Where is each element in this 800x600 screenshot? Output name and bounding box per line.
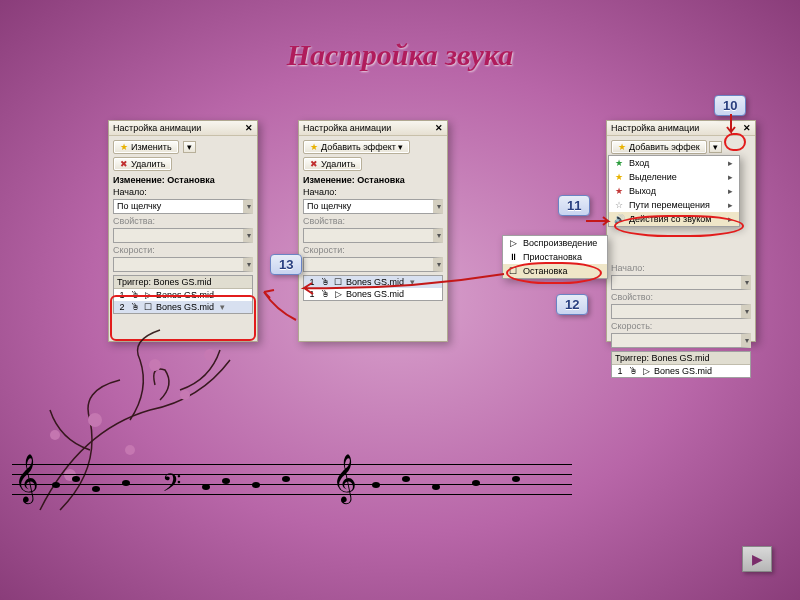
treble-clef-icon: 𝄞: [14, 458, 39, 498]
music-staff: 𝄞 𝄢 𝄞: [12, 464, 572, 524]
speaker-icon: 🔊: [613, 214, 625, 224]
svg-point-6: [50, 430, 60, 440]
panel-title: Настройка анимации: [303, 123, 391, 133]
animation-panel-3: Настройка анимации ✕ ★Добавить эффек▾ ✖У…: [606, 120, 756, 342]
start-label: Начало:: [113, 187, 253, 197]
trigger-label: Триггер: Bones GS.mid: [114, 276, 252, 289]
star-icon: ★: [613, 158, 625, 168]
svg-point-2: [204, 349, 216, 361]
sound-submenu: ▷Воспроизведение ⏸Приостановка ☐Остановк…: [502, 235, 608, 279]
svg-point-1: [149, 359, 161, 371]
start-label: Начало:: [303, 187, 443, 197]
section-label: Изменение: Остановка: [303, 175, 443, 185]
effects-list: 1 🖱 ☐ Bones GS.mid ▾ 1 🖱 ▷ Bones GS.mid: [303, 275, 443, 301]
close-icon[interactable]: ✕: [435, 121, 443, 135]
panel-header: Настройка анимации ✕: [607, 121, 755, 136]
start-dropdown[interactable]: По щелчку: [113, 199, 253, 214]
svg-point-4: [125, 445, 135, 455]
close-icon[interactable]: ✕: [743, 121, 751, 135]
menu-item-emphasis[interactable]: ★Выделение▸: [609, 170, 739, 184]
props-label: Свойство:: [611, 292, 751, 302]
callout-13: 13: [270, 254, 302, 275]
list-item[interactable]: 1 🖱 ▷ Bones GS.mid: [612, 365, 750, 377]
menu-item-motion[interactable]: ☆Пути перемещения▸: [609, 198, 739, 212]
start-dropdown[interactable]: По щелчку: [303, 199, 443, 214]
props-dropdown: [113, 228, 253, 243]
props-label: Свойства:: [303, 216, 443, 226]
play-icon: ▶: [752, 551, 763, 567]
treble-clef-icon: 𝄞: [332, 458, 357, 498]
list-item[interactable]: 1 🖱 ▷ Bones GS.mid: [114, 289, 252, 301]
speed-label: Скорости:: [303, 245, 443, 255]
add-effect-button[interactable]: ★Добавить эффек: [611, 140, 707, 154]
bass-clef-icon: 𝄢: [162, 466, 181, 506]
delete-button[interactable]: ✖Удалить: [113, 157, 172, 171]
speed-label: Скорость:: [611, 321, 751, 331]
page-title: Настройка звука: [0, 38, 800, 72]
panel-header: Настройка анимации ✕: [109, 121, 257, 136]
list-item[interactable]: 2 🖱 ☐ Bones GS.mid ▾: [114, 301, 252, 313]
star-icon: ☆: [613, 200, 625, 210]
speed-dropdown: [611, 333, 751, 348]
star-icon: ★: [618, 142, 626, 152]
trigger-label: Триггер: Bones GS.mid: [612, 352, 750, 365]
animation-panel-1: Настройка анимации ✕ ★Изменить ▾ ✖Удалит…: [108, 120, 258, 342]
submenu-stop[interactable]: ☐Остановка: [503, 264, 607, 278]
props-dropdown: [611, 304, 751, 319]
svg-point-0: [88, 413, 102, 427]
panel-title: Настройка анимации: [113, 123, 201, 133]
callout-10: 10: [714, 95, 746, 116]
close-icon[interactable]: ✕: [245, 121, 253, 135]
star-icon: ★: [613, 172, 625, 182]
submenu-play[interactable]: ▷Воспроизведение: [503, 236, 607, 250]
start-dropdown: [611, 275, 751, 290]
chevron-right-icon: ▸: [728, 172, 733, 182]
list-item[interactable]: 1 🖱 ▷ Bones GS.mid: [304, 288, 442, 300]
animation-panel-2: Настройка анимации ✕ ★Добавить эффект ▾ …: [298, 120, 448, 342]
delete-button[interactable]: ✖Удалить: [303, 157, 362, 171]
speed-dropdown: [303, 257, 443, 272]
panel-header: Настройка анимации ✕: [299, 121, 447, 136]
panel-title: Настройка анимации: [611, 123, 699, 133]
chevron-right-icon: ▸: [728, 186, 733, 196]
props-dropdown: [303, 228, 443, 243]
submenu-pause[interactable]: ⏸Приостановка: [503, 250, 607, 264]
add-dropdown[interactable]: ▾: [709, 141, 722, 153]
add-effect-button[interactable]: ★Добавить эффект ▾: [303, 140, 410, 154]
svg-point-5: [180, 390, 190, 400]
speed-label: Скорости:: [113, 245, 253, 255]
section-label: Изменение: Остановка: [113, 175, 253, 185]
start-label: Начало:: [611, 263, 751, 273]
x-icon: ✖: [120, 159, 128, 169]
star-icon: ★: [613, 186, 625, 196]
list-item[interactable]: 1 🖱 ☐ Bones GS.mid ▾: [304, 276, 442, 288]
menu-item-enter[interactable]: ★Вход▸: [609, 156, 739, 170]
callout-11: 11: [558, 195, 590, 216]
callout-12: 12: [556, 294, 588, 315]
change-dropdown[interactable]: ▾: [183, 141, 196, 153]
menu-item-exit[interactable]: ★Выход▸: [609, 184, 739, 198]
chevron-right-icon: ▸: [728, 214, 733, 224]
chevron-right-icon: ▸: [728, 158, 733, 168]
star-icon: ★: [120, 142, 128, 152]
x-icon: ✖: [310, 159, 318, 169]
effects-list: Триггер: Bones GS.mid 1 🖱 ▷ Bones GS.mid: [611, 351, 751, 378]
effects-list: Триггер: Bones GS.mid 1 🖱 ▷ Bones GS.mid…: [113, 275, 253, 314]
menu-item-sound[interactable]: 🔊Действия со звуком▸: [609, 212, 739, 226]
speed-dropdown: [113, 257, 253, 272]
effect-menu: ★Вход▸ ★Выделение▸ ★Выход▸ ☆Пути перемещ…: [608, 155, 740, 227]
chevron-right-icon: ▸: [728, 200, 733, 210]
star-icon: ★: [310, 142, 318, 152]
props-label: Свойства:: [113, 216, 253, 226]
change-button[interactable]: ★Изменить: [113, 140, 179, 154]
slide: Настройка звука Настройка анимации ✕ ★Из…: [0, 0, 800, 600]
next-slide-button[interactable]: ▶: [742, 546, 772, 572]
